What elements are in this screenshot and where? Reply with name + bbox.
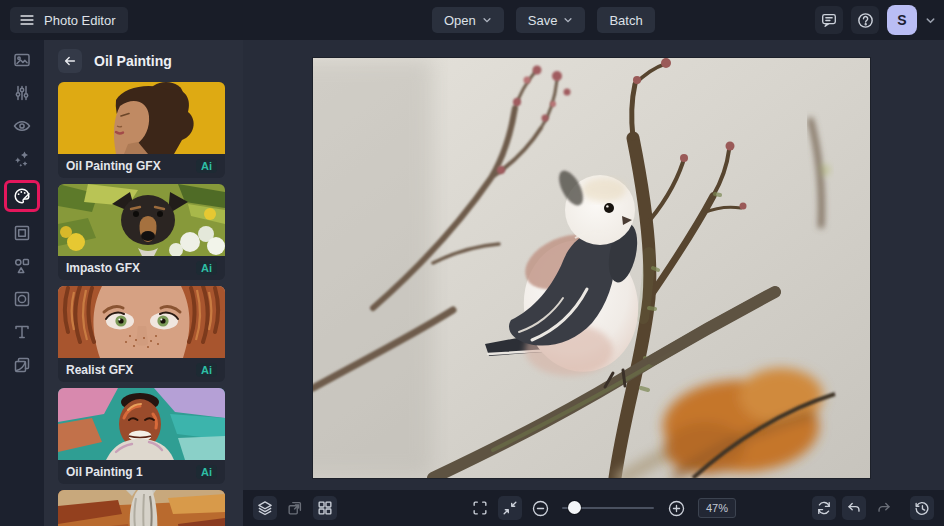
eye-icon xyxy=(12,116,32,136)
shapes-icon xyxy=(12,256,32,276)
redo-icon xyxy=(875,499,893,517)
bottom-toolbar: 47% xyxy=(243,490,944,526)
reset-history-button[interactable] xyxy=(910,496,934,520)
card-label-row: Oil Painting GFX Ai xyxy=(58,154,225,178)
card-thumbnail xyxy=(58,388,225,460)
bird-photo xyxy=(313,58,870,478)
effect-card-oil-painting-gfx[interactable]: Oil Painting GFX Ai xyxy=(58,82,225,178)
grid-icon xyxy=(316,499,334,517)
thumbnail-grid-button[interactable] xyxy=(313,496,337,520)
layers-button[interactable] xyxy=(253,496,277,520)
app-menu[interactable]: Photo Editor xyxy=(10,7,128,33)
panel-header: Oil Painting xyxy=(44,40,243,82)
card-label-row: Impasto GFX Ai xyxy=(58,256,225,280)
account-chevron-icon[interactable] xyxy=(925,15,936,26)
ai-badge: Ai xyxy=(196,363,217,377)
layers-icon xyxy=(256,499,274,517)
texture-icon xyxy=(12,355,32,375)
effect-card-oil-painting-1[interactable]: Oil Painting 1 Ai xyxy=(58,388,225,484)
undo-button[interactable] xyxy=(842,496,866,520)
save-button[interactable]: Save xyxy=(516,7,586,33)
feedback-icon xyxy=(820,11,838,29)
plus-circle-icon xyxy=(667,499,686,518)
zoom-out-button[interactable] xyxy=(528,496,552,520)
overlay-icon xyxy=(12,289,32,309)
batch-button[interactable]: Batch xyxy=(597,7,654,33)
fullscreen-button[interactable] xyxy=(468,496,492,520)
effects-panel: Oil Painting Oil Painting GFX Ai xyxy=(44,40,243,526)
ai-badge: Ai xyxy=(196,261,217,275)
ai-badge: Ai xyxy=(196,159,217,173)
card-label: Impasto GFX xyxy=(66,261,140,275)
canvas-area: 47% xyxy=(243,40,944,526)
compare-button[interactable] xyxy=(283,496,307,520)
help-icon xyxy=(856,11,875,30)
chevron-down-icon xyxy=(563,15,573,25)
view-options xyxy=(253,496,337,520)
avatar[interactable]: S xyxy=(887,5,917,35)
top-bar: Photo Editor Open Save Batch S xyxy=(0,0,944,40)
account-area: S xyxy=(815,5,936,35)
card-label: Oil Painting 1 xyxy=(66,465,143,479)
ai-badge: Ai xyxy=(196,465,217,479)
card-label: Realist GFX xyxy=(66,363,133,377)
rail-item-adjust[interactable] xyxy=(7,81,37,105)
sparkles-icon xyxy=(12,149,32,169)
fullscreen-icon xyxy=(471,499,489,517)
tool-rail xyxy=(0,40,44,526)
rail-item-text[interactable] xyxy=(7,320,37,344)
card-thumbnail xyxy=(58,286,225,358)
card-label-row: Realist GFX Ai xyxy=(58,358,225,382)
zoom-controls: 47% xyxy=(468,496,736,520)
palette-icon xyxy=(12,186,32,206)
rail-item-graphics[interactable] xyxy=(7,254,37,278)
edited-photo[interactable] xyxy=(313,58,870,478)
effect-card-impasto-gfx[interactable]: Impasto GFX Ai xyxy=(58,184,225,280)
compare-icon xyxy=(286,499,304,517)
panel-title: Oil Painting xyxy=(94,53,172,69)
rail-item-overlays[interactable] xyxy=(7,287,37,311)
zoom-slider-handle[interactable] xyxy=(568,501,581,514)
image-icon xyxy=(12,50,32,70)
chevron-down-icon xyxy=(482,15,492,25)
card-thumbnail xyxy=(58,82,225,154)
effect-card-partial[interactable] xyxy=(58,490,225,526)
zoom-in-button[interactable] xyxy=(664,496,688,520)
minus-circle-icon xyxy=(531,499,550,518)
rail-item-textures[interactable] xyxy=(7,353,37,377)
sync-icon xyxy=(815,499,833,517)
app-title: Photo Editor xyxy=(44,13,116,28)
history-controls xyxy=(812,496,934,520)
card-thumbnail xyxy=(58,184,225,256)
menu-icon xyxy=(18,11,36,29)
photo-editor-app: Photo Editor Open Save Batch S xyxy=(0,0,944,526)
undo-icon xyxy=(845,499,863,517)
frame-icon xyxy=(12,223,32,243)
arrow-left-icon xyxy=(63,54,77,68)
card-label: Oil Painting GFX xyxy=(66,159,161,173)
open-button[interactable]: Open xyxy=(432,7,504,33)
card-label-row: Oil Painting 1 Ai xyxy=(58,460,225,484)
history-icon xyxy=(913,499,931,517)
rail-item-artsy[interactable] xyxy=(4,180,40,212)
text-icon xyxy=(12,322,32,342)
zoom-level-value[interactable]: 47% xyxy=(698,498,736,518)
fit-screen-icon xyxy=(501,499,519,517)
zoom-slider[interactable] xyxy=(562,496,654,520)
rail-item-frames[interactable] xyxy=(7,221,37,245)
refresh-button[interactable] xyxy=(812,496,836,520)
effect-card-realist-gfx[interactable]: Realist GFX Ai xyxy=(58,286,225,382)
file-actions: Open Save Batch xyxy=(432,7,655,33)
help-button[interactable] xyxy=(851,6,879,34)
rail-item-effects[interactable] xyxy=(7,147,37,171)
rail-item-touchup[interactable] xyxy=(7,114,37,138)
card-thumbnail xyxy=(58,490,225,526)
sliders-icon xyxy=(12,83,32,103)
back-button[interactable] xyxy=(58,49,82,73)
fit-to-screen-button[interactable] xyxy=(498,496,522,520)
rail-item-image[interactable] xyxy=(7,48,37,72)
feedback-button[interactable] xyxy=(815,6,843,34)
redo-button[interactable] xyxy=(872,496,896,520)
